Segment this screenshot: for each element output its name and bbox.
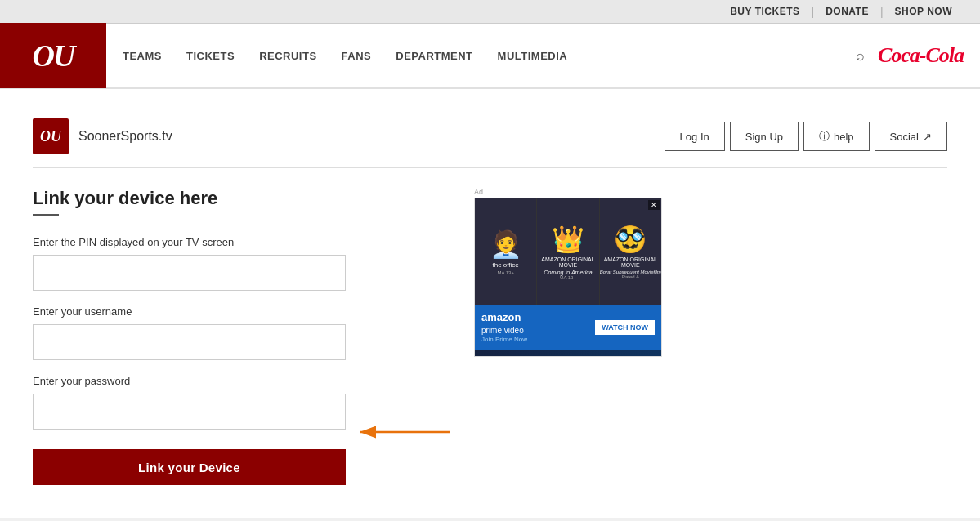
nav-logo-block[interactable]: OU xyxy=(0,23,106,88)
title-underline xyxy=(33,214,59,216)
nav-department[interactable]: DEPARTMENT xyxy=(396,50,472,62)
pin-group: Enter the PIN displayed on your TV scree… xyxy=(33,236,441,291)
borat-label: AMAZON ORIGINAL MOVIE xyxy=(600,255,661,269)
social-button[interactable]: Social ↗ xyxy=(875,122,947,151)
share-icon: ↗ xyxy=(923,131,932,143)
sooner-brand: OU SoonerSports.tv xyxy=(33,118,172,154)
page-title: Link your device here xyxy=(33,188,441,209)
shop-now-link[interactable]: SHOP NOW xyxy=(884,6,964,17)
ad-office-box: 🧑‍💼 the office MA 13+ xyxy=(475,198,537,305)
link-device-button[interactable]: Link your Device xyxy=(33,449,346,485)
username-group: Enter your username xyxy=(33,305,441,360)
sooner-buttons: Log In Sign Up ⓘ help Social ↗ xyxy=(665,122,947,151)
borat-rating: Rated A xyxy=(622,274,639,279)
america-label: AMAZON ORIGINAL MOVIE xyxy=(537,255,598,269)
main-nav: OU TEAMS TICKETS RECRUITS FANS DEPARTMEN… xyxy=(0,24,980,89)
top-bar: BUY TICKETS | DONATE | SHOP NOW xyxy=(0,0,980,24)
submit-section: Link your Device xyxy=(33,444,441,485)
join-prime-text: Join Prime Now xyxy=(481,336,527,343)
password-label: Enter your password xyxy=(33,375,441,387)
nav-fans[interactable]: FANS xyxy=(342,50,372,62)
nav-recruits[interactable]: RECRUITS xyxy=(259,50,316,62)
ad-america-box: 👑 AMAZON ORIGINAL MOVIE Coming to Americ… xyxy=(537,198,599,305)
nav-links: TEAMS TICKETS RECRUITS FANS DEPARTMENT M… xyxy=(106,50,856,62)
sooner-title: SoonerSports.tv xyxy=(78,129,172,144)
pin-label: Enter the PIN displayed on your TV scree… xyxy=(33,236,441,248)
donate-link[interactable]: DONATE xyxy=(814,6,880,17)
signup-button[interactable]: Sign Up xyxy=(730,122,799,151)
sooner-logo-small: OU xyxy=(33,118,69,154)
nav-multimedia[interactable]: MULTIMEDIA xyxy=(498,50,568,62)
ou-logo-big: OU xyxy=(33,38,74,73)
help-button[interactable]: ⓘ help xyxy=(803,122,870,151)
ad-bottom: amazonprime video Join Prime Now WATCH N… xyxy=(475,305,661,350)
prime-brand: amazonprime video Join Prime Now xyxy=(481,311,527,343)
pin-input[interactable] xyxy=(33,255,346,291)
prime-video-logo: amazonprime video xyxy=(481,311,527,336)
nav-teams[interactable]: TEAMS xyxy=(123,50,162,62)
america-person-icon: 👑 xyxy=(537,224,598,255)
borat-person-icon: 🥸 xyxy=(600,224,661,255)
coca-cola-logo: Coca-Cola xyxy=(878,43,964,68)
content-wrapper: OU SoonerSports.tv Log In Sign Up ⓘ help… xyxy=(0,89,980,518)
ad-close-button[interactable]: ✕ xyxy=(648,200,660,210)
ad-borat-box: 🥸 AMAZON ORIGINAL MOVIE Borat Subsequent… xyxy=(600,198,661,305)
office-rating: MA 13+ xyxy=(497,270,514,275)
nav-right: ⌕ Coca-Cola xyxy=(856,43,980,68)
password-input[interactable] xyxy=(33,394,346,430)
ad-images-row: 🧑‍💼 the office MA 13+ 👑 AMAZON ORIGINAL … xyxy=(475,198,661,305)
form-section: Link your device here Enter the PIN disp… xyxy=(33,188,441,485)
arrow-annotation xyxy=(351,420,458,444)
username-label: Enter your username xyxy=(33,305,441,318)
username-input[interactable] xyxy=(33,324,346,360)
america-rating: UA 13+ xyxy=(560,275,576,280)
buy-tickets-link[interactable]: BUY TICKETS xyxy=(718,6,811,17)
ad-label: Ad xyxy=(474,188,665,196)
sooner-header: OU SoonerSports.tv Log In Sign Up ⓘ help… xyxy=(33,105,947,168)
nav-tickets[interactable]: TICKETS xyxy=(186,50,235,62)
america-title: Coming to America xyxy=(544,269,592,275)
office-title: the office xyxy=(491,260,521,270)
search-icon[interactable]: ⌕ xyxy=(856,47,865,65)
login-button[interactable]: Log In xyxy=(665,122,725,151)
ad-section: Ad ✕ 🧑‍💼 the office MA 13+ 👑 AM xyxy=(474,188,665,485)
office-person-icon: 🧑‍💼 xyxy=(475,229,536,260)
ad-container: ✕ 🧑‍💼 the office MA 13+ 👑 AMAZON ORIGINA… xyxy=(474,198,662,357)
watch-now-button[interactable]: WATCH NOW xyxy=(595,320,655,335)
main-content: Link your device here Enter the PIN disp… xyxy=(33,188,947,485)
info-icon: ⓘ xyxy=(819,129,830,144)
